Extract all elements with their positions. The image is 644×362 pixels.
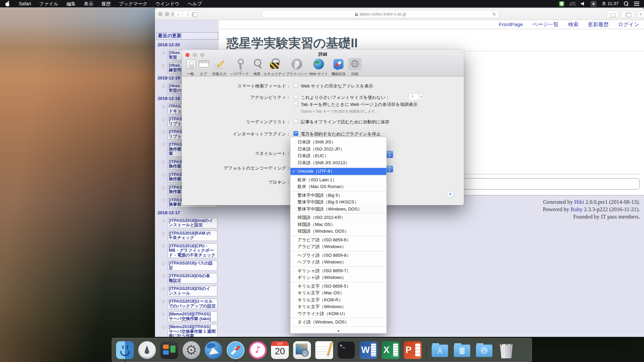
menu-item[interactable]: ✓Unicode（UTF-8） <box>290 168 386 175</box>
dock-folder-downloads[interactable] <box>475 341 493 359</box>
menu-bar-item[interactable]: ウインドウ <box>152 0 184 7</box>
menu-item[interactable]: ギリシャ語（Windows） <box>290 274 386 281</box>
dock-terminal[interactable]: >_ <box>337 341 355 359</box>
menu-item[interactable]: キリル文字（Windows） <box>290 303 386 310</box>
help-button[interactable]: ? <box>446 191 454 198</box>
sidebar-link[interactable]: [ITPASS2018]OSの各 種設定 <box>168 273 217 284</box>
encoding-popup-fragment[interactable] <box>386 166 393 172</box>
menu-bar-item[interactable]: 編集 <box>62 0 80 7</box>
dock-folder-documents[interactable] <box>453 341 471 359</box>
page-nav-link[interactable]: ログイン <box>618 21 639 28</box>
menu-item[interactable]: キリル文字（ISO 8859-5） <box>290 283 386 290</box>
preferences-tab[interactable]: プライバシー <box>286 58 308 76</box>
dock-textedit[interactable] <box>315 341 333 359</box>
new-tab-button[interactable]: + <box>637 10 644 18</box>
footer-link[interactable]: Hiki <box>574 199 584 205</box>
menu-bar-clock[interactable]: 木 11:37 <box>602 1 619 7</box>
preferences-tab[interactable]: パスワード <box>229 58 250 76</box>
show-full-address-checkbox[interactable] <box>293 83 298 88</box>
dock-excel[interactable]: X <box>382 341 399 359</box>
sidebar-link[interactable]: [ITPASS2018]RAM の 不良チェック <box>168 231 217 241</box>
preferences-tab[interactable]: 詳細 <box>348 58 362 76</box>
wifi-icon[interactable] <box>570 2 576 6</box>
spotlight-search-icon[interactable] <box>624 1 629 6</box>
dock-calendar[interactable]: 12月 20 <box>271 341 289 359</box>
sidebar-link[interactable]: [Memo2018][ITPASS] サーバ交換事作業 1 週間 後に行う作業 <box>168 324 217 337</box>
stop-plugins-checkbox[interactable] <box>293 131 298 136</box>
sidebar-link[interactable]: [ITPASS2018]ローカル でのバックアップの設定 <box>168 299 217 309</box>
preferences-tab[interactable]: タブ <box>197 58 209 76</box>
stylesheet-popup-fragment[interactable] <box>386 151 393 158</box>
menu-item[interactable]: 韓国語（Windows, DOS） <box>290 228 386 235</box>
apple-menu-icon[interactable] <box>5 1 10 6</box>
page-nav-link[interactable]: 更新履歴 <box>588 21 609 28</box>
menu-item[interactable]: 繁体字中国語（Big 5 HKSCS） <box>290 199 386 206</box>
tab-highlight-checkbox[interactable] <box>293 102 298 106</box>
sidebar-toggle-button[interactable] <box>189 10 200 18</box>
preferences-tab[interactable]: 機能拡張 <box>329 58 347 76</box>
sidebar-link[interactable]: [ITPASS2018]OSのイ ンストール <box>168 286 217 296</box>
offline-save-checkbox[interactable] <box>293 119 298 124</box>
refresh-icon[interactable]: ↻ <box>492 12 496 17</box>
menu-item[interactable]: 日本語（Shift JIS X0213） <box>290 160 386 167</box>
page-nav-link[interactable]: FrontPage <box>499 21 523 27</box>
dock-mission-control[interactable] <box>160 341 178 359</box>
font-size-select[interactable]: 9 <box>409 93 424 100</box>
menu-item[interactable]: ヘブライ語（Windows） <box>290 259 386 266</box>
dock-finder[interactable] <box>116 341 134 359</box>
menu-item[interactable]: 韓国語（Mac OS） <box>290 221 386 228</box>
menu-bar-item[interactable]: 履歴 <box>97 0 115 7</box>
menu-item[interactable]: アラビア語（Windows） <box>290 243 386 250</box>
menu-item[interactable]: 日本語（EUC） <box>290 153 386 160</box>
menu-item[interactable]: ウクライナ語（KOI8-U） <box>290 310 386 317</box>
dock-launchpad[interactable] <box>138 341 156 359</box>
menu-item[interactable]: ギリシャ語（ISO 8859-7） <box>290 267 386 275</box>
dock-thunderbird[interactable] <box>205 341 222 359</box>
menu-item[interactable]: 繁体字中国語（Big 5） <box>290 192 386 199</box>
tab-overview-button[interactable] <box>621 10 635 18</box>
menu-bar-item[interactable]: Safari <box>15 0 35 7</box>
notification-center-icon[interactable] <box>634 2 639 6</box>
menu-item[interactable]: キリル文字（Mac OS） <box>290 290 386 297</box>
menu-item[interactable]: ヘブライ語（ISO 8859-8） <box>290 252 386 259</box>
green-shield-icon[interactable] <box>559 1 564 6</box>
footer-link[interactable]: Ruby <box>571 206 583 213</box>
preferences-tab[interactable]: 自動入力 <box>210 58 229 76</box>
back-button[interactable]: ‹ <box>174 11 183 17</box>
dock-safari[interactable] <box>227 341 245 359</box>
menu-item[interactable]: アラビア語（ISO 8859-6） <box>290 237 386 244</box>
menu-item[interactable]: 日本語（Shift JIS） <box>290 139 386 146</box>
dock-preview[interactable] <box>293 341 311 359</box>
sidebar-link[interactable]: [ITPASS2018]パスの設 定 <box>168 260 217 271</box>
preferences-tab[interactable]: 検索 <box>251 58 263 76</box>
menu-item[interactable]: 日本語（ISO 2022-JP） <box>290 146 386 153</box>
sidebar-link[interactable]: [ITPASS2018]bindのイ ンストールと設定 <box>168 218 217 228</box>
close-window-button[interactable] <box>158 12 162 16</box>
menu-item[interactable]: 欧米（ISO Latin 1） <box>290 177 386 184</box>
menu-item[interactable]: キリル文字（KOI8-R） <box>290 297 386 304</box>
page-nav-link[interactable]: 検索 <box>568 21 579 28</box>
menu-bar-item[interactable]: 表示 <box>80 0 97 7</box>
menu-bar-item[interactable]: ヘルプ <box>183 0 206 7</box>
menu-bar-item[interactable]: ブックマーク <box>115 0 152 7</box>
menu-item[interactable]: 韓国語（ISO 2022-KR） <box>290 214 386 221</box>
dock-word[interactable]: W <box>360 341 377 359</box>
input-source-icon[interactable] <box>591 1 596 7</box>
dock-separator[interactable] <box>426 340 427 360</box>
min-font-size-checkbox[interactable] <box>293 95 298 99</box>
preferences-tab[interactable]: セキュリティ <box>264 58 285 76</box>
url-field[interactable]: itpass.scitec.kobe-u.ac.jp ↻ <box>262 10 499 18</box>
dock-itunes[interactable] <box>249 341 267 359</box>
share-button[interactable] <box>606 10 619 18</box>
sidebar-link[interactable]: [ITPASS2018]CPU・ MB・グラフィックボー ド・電源の不良チェック <box>168 243 217 258</box>
dock-trash[interactable] <box>497 341 515 359</box>
menu-item[interactable]: タイ語（Windows, DOS） <box>290 319 386 326</box>
dock-system-preferences[interactable] <box>182 341 200 359</box>
volume-icon[interactable] <box>581 2 585 6</box>
page-nav-link[interactable]: ページ一覧 <box>532 21 558 28</box>
menu-bar-item[interactable]: ファイル <box>35 0 62 7</box>
preferences-tab[interactable]: Web サイト <box>309 58 329 76</box>
menu-item[interactable]: 欧米（Mac OS Roman） <box>290 183 386 190</box>
minimize-window-button[interactable] <box>165 12 169 16</box>
dock-powerpoint[interactable]: P <box>404 341 422 359</box>
